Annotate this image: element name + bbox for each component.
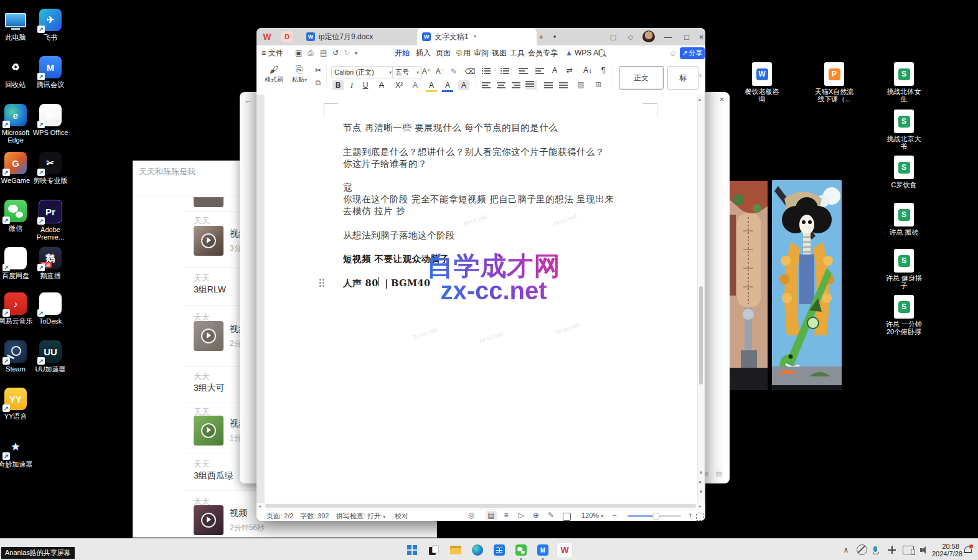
desktop-icon-uu-booster[interactable]: UU↗ UU加速器 xyxy=(32,340,68,373)
cast-screen-icon[interactable] xyxy=(903,539,914,560)
doc-line[interactable]: 寇 xyxy=(343,182,352,194)
desktop-icon-capcut[interactable]: ✂↗ 剪映专业版 xyxy=(32,152,68,184)
text-effect-button[interactable]: A xyxy=(410,80,421,90)
docer-icon[interactable]: D xyxy=(281,31,293,42)
align-center-icon[interactable] xyxy=(497,82,505,88)
save-icon[interactable]: ▣ xyxy=(295,45,302,60)
doc-line[interactable]: 人声 80 ｜BGM40 xyxy=(343,278,431,289)
char-scale-button[interactable]: A xyxy=(549,65,560,75)
strikethrough-button[interactable]: A xyxy=(376,80,387,90)
align-left-icon[interactable] xyxy=(482,82,491,88)
decrease-indent-icon[interactable] xyxy=(519,68,528,74)
decrease-font-button[interactable]: A⁻ xyxy=(435,67,446,77)
focus-mode-icon[interactable] xyxy=(563,513,574,521)
sort-button[interactable]: A↓ xyxy=(580,65,595,75)
wps-taskbar-button[interactable]: W xyxy=(557,542,573,558)
spellcheck-status[interactable]: 拼写检查: 打开 ▾ xyxy=(336,511,385,521)
wps-logo-icon[interactable]: W xyxy=(261,31,273,42)
wps-ai-button[interactable]: ▲ WPS AI xyxy=(565,45,600,60)
desktop-icon-wechat[interactable]: ↗ 微信 xyxy=(0,200,34,232)
page-indicator[interactable]: 页面: 2/2 xyxy=(266,511,293,521)
desktop-icon-goose-live[interactable]: 鹅直播↗ 鹅直播 xyxy=(32,247,68,279)
increase-font-button[interactable]: A⁺ xyxy=(421,67,432,77)
desktop-icon-qimiao-booster[interactable]: ★↗ 奇妙加速器 xyxy=(0,436,34,468)
desktop-icon-tencent-meeting[interactable]: M↗ 腾讯会议 xyxy=(32,56,68,88)
print-preview-icon[interactable]: ▤ xyxy=(320,45,327,60)
desktop-icon-this-pc[interactable]: 此电脑 xyxy=(0,9,34,41)
style-normal[interactable]: 正文 xyxy=(619,66,664,90)
desktop-icon-premiere[interactable]: Pr↗ Adobe Premie... xyxy=(32,200,68,241)
format-painter-button[interactable]: 🖌 格式刷 xyxy=(263,64,285,84)
distribute-icon[interactable] xyxy=(544,82,553,88)
menu-tab-review[interactable]: 审阅 xyxy=(474,45,489,60)
scroll-right-icon[interactable]: ▸ xyxy=(699,503,702,510)
redo-icon[interactable]: ↻ xyxy=(344,45,350,60)
border-button[interactable]: ⊞ xyxy=(593,80,604,90)
notification-bell-icon[interactable] xyxy=(964,539,972,560)
wps-titlebar[interactable]: W D W ip定位7月9.docx W 文字文稿1 • + ▾ ▢ ◇ — □… xyxy=(256,28,705,45)
bold-button[interactable]: B xyxy=(332,80,344,90)
print-layout-icon[interactable]: ▤ xyxy=(486,511,497,520)
start-button[interactable] xyxy=(404,542,420,558)
video-thumbnail[interactable] xyxy=(194,226,223,256)
clear-format-icon[interactable]: ⌫ xyxy=(464,67,476,77)
superscript-button[interactable]: X² xyxy=(392,80,406,90)
dnd-muted-icon[interactable] xyxy=(857,539,867,560)
scrollbar-thumb[interactable] xyxy=(699,286,703,385)
desktop-icon-todesk[interactable]: T↗ ToDesk xyxy=(32,292,68,325)
desktop-icon-recycle-bin[interactable]: ♻ 回收站 xyxy=(0,56,34,88)
doc-line[interactable]: 你这片子给谁看的？ xyxy=(343,158,427,170)
message-text[interactable]: 3组RLW xyxy=(194,284,226,296)
desktop-file-cluo[interactable]: S C罗饮食 xyxy=(884,156,924,189)
doc-line[interactable]: 从想法到脑子落地这个阶段 xyxy=(343,230,455,241)
meeting-taskbar-button[interactable]: M xyxy=(535,542,551,558)
line-spacing-icon[interactable] xyxy=(559,82,568,88)
account-avatar[interactable] xyxy=(642,30,655,43)
store-taskbar-button[interactable] xyxy=(491,542,507,558)
menu-tab-view[interactable]: 视图 xyxy=(492,45,507,60)
zoom-slider-knob[interactable] xyxy=(652,513,660,520)
close-button[interactable]: × xyxy=(697,28,705,45)
highlight-color-button[interactable]: A xyxy=(426,80,437,92)
maximize-button[interactable]: □ xyxy=(679,28,695,45)
desktop-icon-feishu[interactable]: ✈↗ 飞书 xyxy=(32,9,68,41)
doc-line[interactable]: 去模仿 拉片 抄 xyxy=(343,205,405,217)
desktop-icon-netease-music[interactable]: ♪↗ 网易云音乐 xyxy=(0,292,34,325)
video-thumbnail[interactable] xyxy=(194,321,223,351)
doc-line[interactable]: 节点 再清晰一些 要展现什么 每个节点的目的是什么 xyxy=(343,122,558,134)
zoom-level[interactable]: 120% ▾ xyxy=(581,511,603,519)
desktop-file-beiti[interactable]: S 挑战北体女生 xyxy=(884,62,924,103)
back-icon[interactable]: ← xyxy=(244,95,253,105)
zoom-in-icon[interactable]: + xyxy=(685,511,696,520)
page-select-icon[interactable]: ● xyxy=(698,479,702,485)
text-effects-icon[interactable]: ✎ xyxy=(448,67,459,77)
window-restore-icon[interactable]: ▢ xyxy=(605,28,621,45)
style-heading[interactable]: 标 xyxy=(667,66,698,90)
bullet-list-icon[interactable] xyxy=(482,68,491,74)
video-thumbnail[interactable] xyxy=(194,505,223,535)
italic-button[interactable]: I xyxy=(346,80,357,90)
underline-button[interactable]: U xyxy=(360,80,371,90)
paragraph-drag-handle-icon[interactable] xyxy=(319,279,321,281)
annotate-pen-icon[interactable]: ✎ xyxy=(545,511,557,520)
eye-protection-icon[interactable]: ◎ xyxy=(466,511,477,520)
next-page-icon[interactable]: ▼ xyxy=(698,489,703,495)
desktop-icon-yy-voice[interactable]: YY↗ YY语音 xyxy=(0,388,34,420)
desktop-file-canyin[interactable]: W 餐饮老板咨询 xyxy=(742,62,782,103)
video-label[interactable]: 视频 xyxy=(230,508,247,519)
desktop-file-fuwocheng[interactable]: S 许总 一分钟20个俯卧撑 xyxy=(884,295,924,335)
copy-icon[interactable]: ⧉ xyxy=(313,78,324,88)
justify-icon[interactable] xyxy=(525,81,537,90)
task-view-button[interactable] xyxy=(426,542,442,558)
message-text[interactable]: 3组大可 xyxy=(194,383,225,394)
shading-button[interactable]: ▨ xyxy=(575,80,586,90)
document-page[interactable]: 节点 再清晰一些 要展现什么 每个节点的目的是什么 主题到底是什么？想讲什么？别… xyxy=(265,95,697,503)
menu-tab-page[interactable]: 页面 xyxy=(436,45,451,60)
desktop-file-beijing[interactable]: S 挑战北京大爷 xyxy=(884,110,924,150)
previous-page-icon[interactable]: ▲ xyxy=(698,469,703,475)
scrollbar-thumb[interactable] xyxy=(265,504,696,508)
wechat-taskbar-button[interactable] xyxy=(513,542,529,558)
menu-tab-insert[interactable]: 插入 xyxy=(416,45,431,60)
char-shading-button[interactable]: A xyxy=(458,80,469,90)
desktop-file-banzhuan[interactable]: S 许总 搬砖 xyxy=(884,203,924,236)
